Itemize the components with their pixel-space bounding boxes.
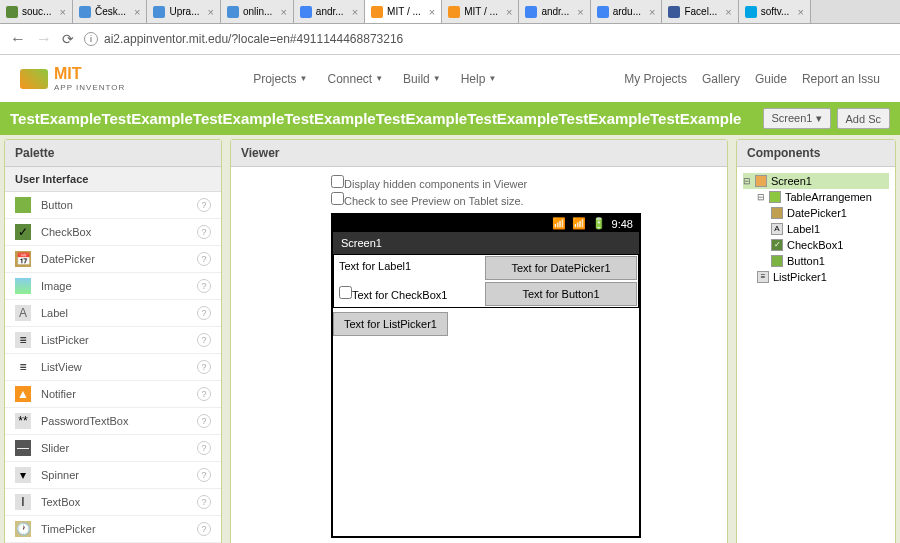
- browser-nav: ← → ⟳ i ai2.appinventor.mit.edu/?locale=…: [0, 24, 900, 55]
- viewer-header: Viewer: [231, 140, 727, 167]
- label-icon: A: [771, 223, 783, 235]
- help-icon[interactable]: ?: [197, 252, 211, 266]
- browser-tab[interactable]: MIT / ...×: [442, 0, 519, 23]
- wifi-icon: 📶: [552, 217, 566, 230]
- palette-item-button[interactable]: Button?: [5, 192, 221, 219]
- app-header: MIT APP INVENTOR Projects▼ Connect▼ Buil…: [0, 55, 900, 102]
- image-icon: [15, 278, 31, 294]
- help-icon[interactable]: ?: [197, 495, 211, 509]
- button-icon: [15, 197, 31, 213]
- palette-panel: Palette User Interface Button? ✓CheckBox…: [4, 139, 222, 543]
- table-arrangement[interactable]: Text for Label1 Text for DatePicker1 Tex…: [333, 254, 639, 308]
- close-icon: ×: [59, 6, 65, 18]
- help-icon[interactable]: ?: [197, 414, 211, 428]
- help-icon[interactable]: ?: [197, 306, 211, 320]
- button-icon: [771, 255, 783, 267]
- browser-tab[interactable]: andr...×: [294, 0, 365, 23]
- screen-icon: [755, 175, 767, 187]
- palette-category[interactable]: User Interface: [5, 167, 221, 192]
- palette-item-checkbox[interactable]: ✓CheckBox?: [5, 219, 221, 246]
- palette-item-image[interactable]: Image?: [5, 273, 221, 300]
- reload-icon[interactable]: ⟳: [62, 31, 74, 47]
- browser-tab[interactable]: andr...×: [519, 0, 590, 23]
- check-tablet[interactable]: Check to see Preview on Tablet size.: [331, 192, 719, 207]
- screen-selector[interactable]: Screen1 ▾: [763, 108, 831, 129]
- logo-main: MIT: [54, 65, 125, 83]
- help-icon[interactable]: ?: [197, 468, 211, 482]
- palette-item-label[interactable]: ALabel?: [5, 300, 221, 327]
- clock-icon: 🕐: [15, 521, 31, 537]
- help-icon[interactable]: ?: [197, 387, 211, 401]
- link-gallery[interactable]: Gallery: [702, 72, 740, 86]
- components-panel: Components ⊟Screen1 ⊟TableArrangemen Dat…: [736, 139, 896, 543]
- tree-label1[interactable]: ALabel1: [743, 221, 889, 237]
- help-icon[interactable]: ?: [197, 333, 211, 347]
- help-icon[interactable]: ?: [197, 522, 211, 536]
- menu-connect[interactable]: Connect▼: [327, 72, 383, 86]
- palette-item-notifier[interactable]: ▲Notifier?: [5, 381, 221, 408]
- caret-icon: ▼: [488, 74, 496, 83]
- palette-item-listview[interactable]: ≡ListView?: [5, 354, 221, 381]
- palette-item-textbox[interactable]: ITextBox?: [5, 489, 221, 516]
- browser-tab[interactable]: ardu...×: [591, 0, 663, 23]
- components-header: Components: [737, 140, 895, 167]
- palette-item-spinner[interactable]: ▾Spinner?: [5, 462, 221, 489]
- help-icon[interactable]: ?: [197, 360, 211, 374]
- tree-checkbox1[interactable]: ✓CheckBox1: [743, 237, 889, 253]
- help-icon[interactable]: ?: [197, 441, 211, 455]
- link-report[interactable]: Report an Issu: [802, 72, 880, 86]
- link-my-projects[interactable]: My Projects: [624, 72, 687, 86]
- browser-tab[interactable]: Facel...×: [662, 0, 738, 23]
- menu-projects[interactable]: Projects▼: [253, 72, 307, 86]
- menu-build[interactable]: Build▼: [403, 72, 441, 86]
- logo-icon: [20, 69, 48, 89]
- tree-button1[interactable]: Button1: [743, 253, 889, 269]
- tree-tablearrangement[interactable]: ⊟TableArrangemen: [743, 189, 889, 205]
- table-icon: [769, 191, 781, 203]
- menu-help[interactable]: Help▼: [461, 72, 497, 86]
- palette-item-password[interactable]: **PasswordTextBox?: [5, 408, 221, 435]
- browser-tab[interactable]: MIT / ...×: [365, 0, 442, 23]
- palette-item-slider[interactable]: —Slider?: [5, 435, 221, 462]
- calendar-icon: 📅: [15, 251, 31, 267]
- tree-datepicker1[interactable]: DatePicker1: [743, 205, 889, 221]
- close-icon: ×: [506, 6, 512, 18]
- add-screen-button[interactable]: Add Sc: [837, 108, 890, 129]
- check-hqidden[interactable]: Display hidden components in Viewer: [331, 175, 719, 190]
- listpicker1[interactable]: Text for ListPicker1: [333, 312, 448, 336]
- tree-screen1[interactable]: ⊟Screen1: [743, 173, 889, 189]
- close-icon: ×: [352, 6, 358, 18]
- browser-tab[interactable]: onlin...×: [221, 0, 294, 23]
- back-icon[interactable]: ←: [10, 30, 26, 48]
- collapse-icon: ⊟: [757, 192, 765, 202]
- palette-item-listpicker[interactable]: ≡ListPicker?: [5, 327, 221, 354]
- palette-item-timepicker[interactable]: 🕐TimePicker?: [5, 516, 221, 543]
- browser-tab[interactable]: Česk...×: [73, 0, 148, 23]
- url-bar[interactable]: i ai2.appinventor.mit.edu/?locale=en#491…: [84, 32, 890, 46]
- palette-item-datepicker[interactable]: 📅DatePicker?: [5, 246, 221, 273]
- datepicker1[interactable]: Text for DatePicker1: [485, 256, 637, 280]
- label1[interactable]: Text for Label1: [334, 255, 484, 281]
- button1[interactable]: Text for Button1: [485, 282, 637, 306]
- viewer-panel: Viewer Display hidden components in View…: [230, 139, 728, 543]
- top-menu: Projects▼ Connect▼ Build▼ Help▼: [253, 72, 496, 86]
- browser-tab[interactable]: Upra...×: [147, 0, 220, 23]
- tree-listpicker1[interactable]: ≡ListPicker1: [743, 269, 889, 285]
- forward-icon[interactable]: →: [36, 30, 52, 48]
- help-icon[interactable]: ?: [197, 198, 211, 212]
- browser-tab[interactable]: souc...×: [0, 0, 73, 23]
- browser-tab[interactable]: softv...×: [739, 0, 811, 23]
- help-icon[interactable]: ?: [197, 225, 211, 239]
- logo: MIT APP INVENTOR: [20, 65, 125, 92]
- close-icon: ×: [577, 6, 583, 18]
- checkbox1[interactable]: Text for CheckBox1: [334, 281, 484, 307]
- close-icon: ×: [429, 6, 435, 18]
- phone-status-bar: 📶 📶 🔋 9:48: [333, 215, 639, 232]
- list-icon: ≡: [757, 271, 769, 283]
- close-icon: ×: [134, 6, 140, 18]
- close-icon: ×: [725, 6, 731, 18]
- help-icon[interactable]: ?: [197, 279, 211, 293]
- link-guide[interactable]: Guide: [755, 72, 787, 86]
- info-icon: i: [84, 32, 98, 46]
- caret-icon: ▼: [300, 74, 308, 83]
